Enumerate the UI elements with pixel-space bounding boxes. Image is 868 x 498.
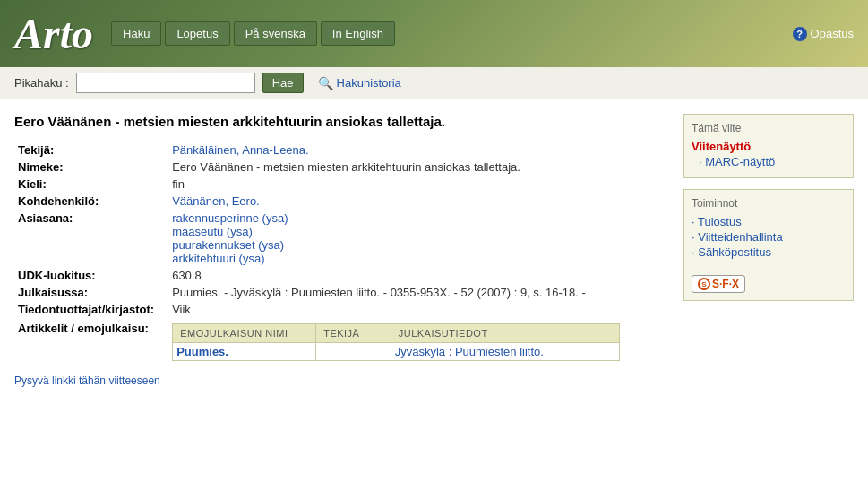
field-label: UDK-luokitus: (14, 267, 168, 284)
keyword-link-3[interactable]: puurakennukset (ysa) (172, 238, 284, 252)
field-label: Kohdehenkilö: (14, 193, 168, 210)
table-row: Tekijä: Pänkäläinen, Anna-Leena. (14, 142, 669, 159)
author-link[interactable]: Pänkäläinen, Anna-Leena. (172, 143, 309, 157)
field-value: Väänänen, Eero. (168, 193, 669, 210)
marc-link[interactable]: · MARC-näyttö (692, 155, 846, 168)
keyword-link-4[interactable]: arkkitehtuuri (ysa) (172, 252, 264, 265)
metadata-table: Tekijä: Pänkäläinen, Anna-Leena. Nimeke:… (14, 142, 669, 363)
article-name: Puumies. (173, 343, 316, 361)
field-value: Viik (168, 301, 669, 318)
actions-title: Toiminnot (692, 197, 846, 210)
sahkopostitus-link[interactable]: · Sähköpostitus (692, 245, 846, 259)
field-label: Tiedontuottajat/kirjastot: (14, 301, 168, 318)
nav-haku[interactable]: Haku (111, 21, 161, 46)
table-row: Artikkelit / emojulkaisu: EMOJULKAISUN N… (14, 318, 669, 363)
article-author (316, 343, 391, 361)
tulostus-link[interactable]: · Tulostus (692, 215, 846, 228)
article-title: Eero Väänänen - metsien miesten arkkiteh… (14, 114, 669, 129)
persistent-link-container: Pysyvä linkki tähän viitteeseen (14, 363, 669, 387)
viitteidenhallinta-link[interactable]: · Viitteidenhallinta (692, 230, 846, 244)
history-link[interactable]: 🔍 Hakuhistoria (318, 76, 401, 90)
main-content: Eero Väänänen - metsien miesten arkkiteh… (14, 114, 669, 387)
field-value: Pänkäläinen, Anna-Leena. (168, 142, 669, 159)
this-ref-title: Tämä viite (692, 122, 846, 134)
field-value: Eero Väänänen - metsien miesten arkkiteh… (168, 159, 669, 176)
article-publisher-link[interactable]: Jyväskylä : Puumiesten liitto. (395, 345, 544, 358)
help-icon: ? (793, 27, 807, 41)
subject-person-link[interactable]: Väänänen, Eero. (172, 194, 260, 208)
sfx-text: S·F·X (712, 278, 739, 290)
article-publisher: Jyväskylä : Puumiesten liitto. (391, 343, 619, 361)
field-label: Asiasana: (14, 210, 168, 267)
table-row: Asiasana: rakennusperinne (ysa) maaseutu… (14, 210, 669, 267)
content-wrapper: Eero Väänänen - metsien miesten arkkiteh… (0, 99, 868, 401)
field-value: Puumies. - Jyväskylä : Puumiesten liitto… (168, 284, 669, 301)
keyword-link-1[interactable]: rakennusperinne (ysa) (172, 211, 288, 225)
search-button[interactable]: Hae (262, 73, 304, 93)
field-label: Tekijä: (14, 142, 168, 159)
sfx-logo: S S·F·X (692, 275, 745, 293)
articles-table: EMOJULKAISUN NIMI TEKIJÄ JULKAISUTIEDOT … (172, 323, 620, 361)
help-label: Opastus (811, 27, 854, 40)
table-row: Tiedontuottajat/kirjastot: Viik (14, 301, 669, 318)
actions-box: Toiminnot · Tulostus · Viitteidenhallint… (683, 189, 854, 301)
field-label: Julkaisussa: (14, 284, 168, 301)
table-row: UDK-luokitus: 630.8 (14, 267, 669, 284)
sidebar: Tämä viite Viitenäyttö · MARC-näyttö Toi… (683, 114, 854, 387)
field-label: Nimeke: (14, 159, 168, 176)
articles-row: Puumies. Jyväskylä : Puumiesten liitto. (173, 343, 620, 361)
logo: Arto (14, 9, 93, 58)
articles-col-author: TEKIJÄ (316, 324, 391, 343)
table-row: Kieli: fin (14, 176, 669, 193)
table-row: Nimeke: Eero Väänänen - metsien miesten … (14, 159, 669, 176)
viitenayto-link[interactable]: Viitenäyttö (692, 140, 846, 153)
table-row: Kohdehenkilö: Väänänen, Eero. (14, 193, 669, 210)
articles-col-publisher: JULKAISUTIEDOT (391, 324, 619, 343)
history-icon: 🔍 (318, 76, 333, 90)
field-value: 630.8 (168, 267, 669, 284)
field-value: EMOJULKAISUN NIMI TEKIJÄ JULKAISUTIEDOT … (168, 318, 669, 363)
field-value: rakennusperinne (ysa) maaseutu (ysa) puu… (168, 210, 669, 267)
article-name-link[interactable]: Puumies. (176, 345, 228, 358)
persistent-link[interactable]: Pysyvä linkki tähän viitteeseen (14, 374, 160, 387)
field-label: Kieli: (14, 176, 168, 193)
nav-lopetus[interactable]: Lopetus (165, 21, 229, 46)
history-label: Hakuhistoria (337, 76, 401, 90)
nav-english[interactable]: In English (321, 21, 395, 46)
nav-svenska[interactable]: På svenska (234, 21, 317, 46)
search-input[interactable] (76, 73, 255, 93)
field-value: fin (168, 176, 669, 193)
keyword-link-2[interactable]: maaseutu (ysa) (172, 225, 253, 238)
field-label: Artikkelit / emojulkaisu: (14, 318, 168, 363)
table-row: Julkaisussa: Puumies. - Jyväskylä : Puum… (14, 284, 669, 301)
nav-bar: Haku Lopetus På svenska In English (111, 21, 395, 46)
sfx-circle-icon: S (698, 278, 710, 290)
search-label: Pikahaku : (14, 76, 69, 90)
articles-col-name: EMOJULKAISUN NIMI (173, 324, 316, 343)
header: Arto Haku Lopetus På svenska In English … (0, 0, 868, 67)
this-ref-box: Tämä viite Viitenäyttö · MARC-näyttö (683, 114, 854, 178)
search-bar: Pikahaku : Hae 🔍 Hakuhistoria (0, 67, 868, 99)
help-button[interactable]: ? Opastus (793, 27, 854, 41)
